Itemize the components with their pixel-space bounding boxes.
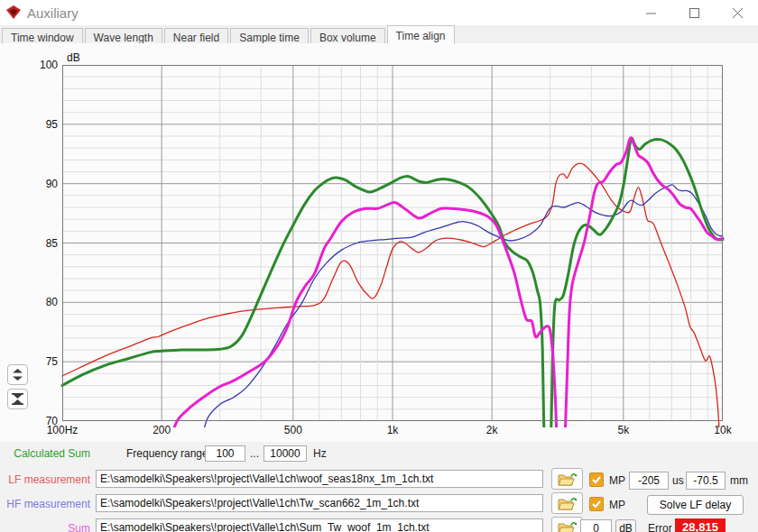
solve-lf-delay-button[interactable]: Solve LF delay xyxy=(647,495,744,515)
sum-gain-input[interactable] xyxy=(580,519,612,532)
frequency-response-plot xyxy=(62,65,723,427)
curve-hf-measurement xyxy=(200,185,723,445)
chart-panel: dB 100959085807570100Hz2005001k2k5k10k xyxy=(0,43,758,442)
y-tick-label: 85 xyxy=(20,237,58,250)
open-folder-icon xyxy=(558,496,578,511)
compress-arrows-icon xyxy=(12,393,23,405)
control-panel: Calculated Sum Frequency range ... Hz LF… xyxy=(0,442,758,532)
error-label: Error xyxy=(648,522,672,532)
x-tick-label: 500 xyxy=(266,424,320,436)
app-logo-icon xyxy=(5,5,22,21)
maximize-icon xyxy=(688,6,701,20)
x-tick-label: 10k xyxy=(696,424,750,436)
tab-time-align[interactable]: Time align xyxy=(387,25,455,44)
lf-path-input[interactable] xyxy=(96,470,543,488)
y-tick-label: 90 xyxy=(20,178,58,190)
freq-range-dots: ... xyxy=(250,447,259,460)
x-tick-label: 1k xyxy=(365,424,420,436)
lf-mp-checkbox[interactable] xyxy=(589,472,604,487)
frequency-range-label: Frequency range xyxy=(126,447,208,460)
sum-path-input[interactable] xyxy=(96,518,543,532)
mm-unit-label: mm xyxy=(730,474,748,487)
y-tick-label: 80 xyxy=(20,296,58,308)
maximize-button[interactable] xyxy=(679,0,709,25)
calculated-sum-label: Calculated Sum xyxy=(0,447,90,460)
lf-delay-mm-input[interactable] xyxy=(686,472,726,490)
tab-box-volume[interactable]: Box volume xyxy=(310,28,385,44)
expand-arrows-icon xyxy=(12,369,23,381)
lf-mp-label: MP xyxy=(609,474,625,487)
lf-delay-us-input[interactable] xyxy=(629,472,669,490)
hf-measurement-label: HF measurement xyxy=(0,498,90,510)
minimize-icon xyxy=(644,6,658,20)
tab-sample-time[interactable]: Sample time xyxy=(230,28,309,44)
us-unit-label: us xyxy=(672,474,684,487)
x-tick-label: 2k xyxy=(465,424,519,436)
db-unit-button[interactable]: dB xyxy=(615,519,636,532)
y-tick-label: 75 xyxy=(20,355,58,368)
hz-unit-label: Hz xyxy=(313,447,327,460)
window-title: Auxiliary xyxy=(27,5,79,21)
freq-to-input[interactable] xyxy=(263,445,307,462)
tab-bar: Time windowWave lengthNear fieldSample t… xyxy=(0,25,758,43)
lf-open-file-button[interactable] xyxy=(551,468,583,490)
y-tick-label: 95 xyxy=(20,118,58,131)
hf-mp-checkbox[interactable] xyxy=(589,497,604,511)
y-tick-label: 100 xyxy=(20,59,58,71)
checkmark-icon xyxy=(591,474,602,485)
hf-mp-label: MP xyxy=(609,499,625,511)
checkmark-icon xyxy=(591,499,602,509)
close-button[interactable] xyxy=(722,0,753,25)
sum-measurement-label: Sum measurement xyxy=(0,522,90,532)
open-folder-icon xyxy=(558,520,578,532)
lf-measurement-label: LF measurement xyxy=(0,473,90,486)
x-tick-label: 200 xyxy=(134,424,189,436)
title-bar: Auxiliary xyxy=(0,0,758,25)
x-tick-label: 5k xyxy=(596,424,651,436)
minimize-button[interactable] xyxy=(635,0,666,25)
tab-wave-length[interactable]: Wave length xyxy=(85,28,162,44)
curve-lf-measurement xyxy=(62,163,720,451)
x-tick-label: 100Hz xyxy=(35,424,89,436)
error-value-badge: 28,815 xyxy=(675,518,726,532)
tab-time-window[interactable]: Time window xyxy=(2,28,83,44)
sum-open-file-button[interactable] xyxy=(551,517,583,532)
hf-open-file-button[interactable] xyxy=(551,492,583,514)
y-axis-unit-label: dB xyxy=(67,51,80,64)
freq-from-input[interactable] xyxy=(205,445,245,462)
compress-y-scale-button[interactable] xyxy=(7,389,28,409)
open-folder-icon xyxy=(558,472,578,487)
close-icon xyxy=(731,6,744,20)
tab-near-field[interactable]: Near field xyxy=(164,28,228,44)
hf-path-input[interactable] xyxy=(96,494,543,512)
